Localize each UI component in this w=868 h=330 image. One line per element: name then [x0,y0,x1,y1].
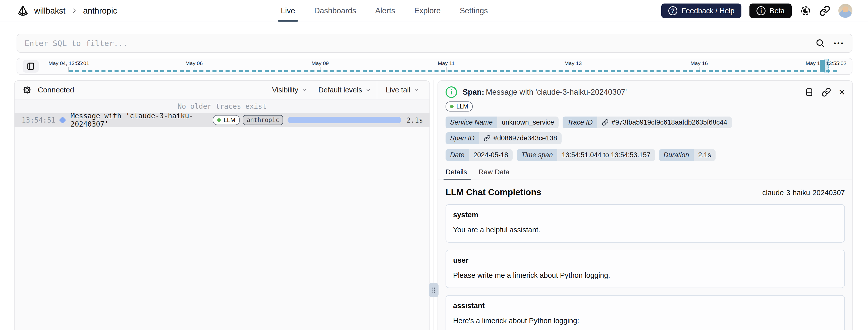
section-title: LLM Chat Completions [445,187,541,197]
tick-label: May 16 [690,60,708,66]
message-text: You are a helpful assistant. [453,224,837,235]
attr-label: Service Name [445,117,497,128]
breadcrumb: willbakst anthropic [17,4,117,17]
search-icon[interactable] [815,38,825,48]
tab-raw-data[interactable]: Raw Data [479,168,509,180]
span-detail-content: LLM Chat Completions claude-3-haiku-2024… [438,180,852,330]
nav-tab-live[interactable]: Live [281,0,295,22]
attr-value: 2024-05-18 [469,149,513,161]
nav-tab-settings[interactable]: Settings [460,0,488,22]
close-icon[interactable]: × [839,87,845,97]
attr-time-span: Time span 13:54:51.044 to 13:54:53.157 [517,149,655,161]
beta-label: Beta [770,7,785,15]
main-area: Connected Visibility Default levels Live… [14,80,853,330]
attr-value: #d08697de343ce138 [479,132,562,144]
message-role: user [453,256,837,265]
attr-service-name: Service Name unknown_service [445,117,559,128]
info-icon: i [756,6,766,15]
nav-tab-explore[interactable]: Explore [414,0,440,22]
breadcrumb-org[interactable]: willbakst [34,6,66,16]
settings-gear-icon[interactable] [22,85,32,95]
span-title-prefix: Span: [463,88,484,96]
user-avatar[interactable] [838,4,852,18]
timeline-activity-dashes [69,70,837,72]
span-tags: LLM [438,100,852,112]
span-attributes-row1: Service Name unknown_service Trace ID #9… [438,112,852,144]
visibility-label: Visibility [272,86,298,94]
span-detail-tabs: Details Raw Data [438,161,852,180]
attr-label: Span ID [445,132,479,144]
attr-value: unknown_service [497,117,559,128]
main-nav: Live Dashboards Alerts Explore Settings [281,0,488,22]
span-header: i Span:Message with 'claude-3-haiku-2024… [438,81,852,100]
theme-toggle-icon[interactable] [800,5,811,17]
llm-tag: LLM [213,115,240,125]
live-tail-label: Live tail [386,86,410,94]
tick-label: May 09 [311,60,329,66]
live-tail-dropdown[interactable]: Live tail [377,81,430,99]
header-actions: ? Feedback / Help i Beta [661,3,852,18]
llm-tag-label: LLM [223,117,235,124]
beta-button[interactable]: i Beta [749,3,792,18]
feedback-help-label: Feedback / Help [681,7,734,15]
trace-list-header: Connected Visibility Default levels Live… [14,81,430,99]
timeline-panel: May 04, 13:55:01 May 06 May 09 May 11 Ma… [17,58,852,75]
sql-filter-input[interactable] [25,39,815,48]
tab-details[interactable]: Details [445,168,467,180]
attr-value: 13:54:51.044 to 13:54:53.157 [557,149,655,161]
tick-label: May 04, 13:55:01 [49,60,89,66]
attr-value: #973fba5919cf9c618aafdb2635f68c44 [597,117,732,128]
span-id-value: #d08697de343ce138 [494,134,557,142]
attr-label: Date [445,149,469,161]
chevron-right-icon [71,7,78,14]
tick-label: May 13 [564,60,582,66]
sidebar-toggle-button[interactable] [23,60,39,72]
source-tag: anthropic [243,115,283,125]
message-text: Please write me a limerick about Python … [453,270,837,280]
default-levels-dropdown[interactable]: Default levels [313,86,377,94]
trace-title: Message with 'claude-3-haiku-20240307' [70,112,213,128]
more-options-icon[interactable]: ••• [834,39,844,47]
nav-tab-dashboards[interactable]: Dashboards [314,0,356,22]
timeline-activity-spike [820,60,825,72]
default-levels-label: Default levels [318,86,362,94]
panel-divider [430,80,437,330]
timeline-range-selection[interactable] [825,59,829,73]
trace-id-value: #973fba5919cf9c618aafdb2635f68c44 [612,119,727,126]
attr-duration: Duration 2.1s [659,149,716,161]
trace-list-panel: Connected Visibility Default levels Live… [14,80,430,330]
trace-timestamp: 13:54:51 [22,116,56,124]
nav-tab-alerts[interactable]: Alerts [375,0,395,22]
tick-label: May 11 [438,60,455,66]
span-title: Span:Message with 'claude-3-haiku-202403… [463,88,627,97]
breadcrumb-project[interactable]: anthropic [83,6,117,16]
message-card-user: user Please write me a limerick about Py… [445,250,845,288]
span-attributes-row2: Date 2024-05-18 Time span 13:54:51.044 t… [438,144,852,161]
trace-duration: 2.1s [407,116,423,124]
attr-trace-id: Trace ID #973fba5919cf9c618aafdb2635f68c… [563,117,732,128]
attr-value: 2.1s [694,149,716,161]
logfire-logo-icon[interactable] [17,4,29,17]
trace-row-meta: LLM anthropic 2.1s [213,115,423,125]
link-icon[interactable] [602,119,609,126]
copy-link-icon[interactable] [822,87,831,97]
panel-drag-handle[interactable] [429,283,438,297]
duration-bar [287,117,401,123]
feedback-help-button[interactable]: ? Feedback / Help [661,3,741,18]
panel-layout-icon[interactable] [804,87,814,97]
link-icon[interactable] [484,135,491,142]
message-role: assistant [453,302,837,310]
visibility-dropdown[interactable]: Visibility [267,86,313,94]
sql-filter-bar: ••• [17,34,852,53]
no-older-traces-notice: No older traces exist [14,99,430,113]
trace-list-controls: Visibility Default levels Live tail [267,81,430,99]
span-detail-panel: i Span:Message with 'claude-3-haiku-2024… [437,80,853,330]
attr-span-id: Span ID #d08697de343ce138 [445,132,562,144]
model-name: claude-3-haiku-20240307 [762,189,845,197]
green-dot-icon [217,118,221,122]
attr-label: Duration [659,149,694,161]
llm-tag: LLM [445,101,473,112]
trace-row[interactable]: 13:54:51 Message with 'claude-3-haiku-20… [14,113,430,127]
share-link-icon[interactable] [819,5,830,16]
attr-label: Time span [517,149,557,161]
